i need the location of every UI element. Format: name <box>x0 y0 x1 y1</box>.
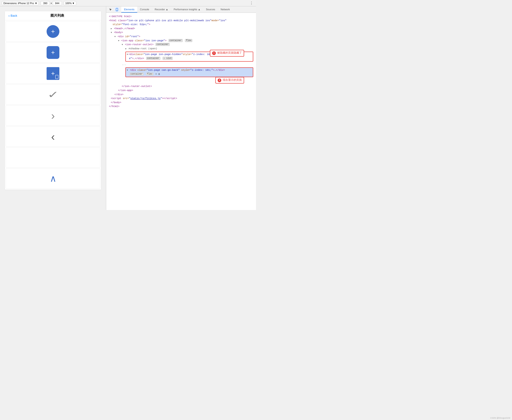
tab-console[interactable]: Console <box>137 7 152 13</box>
device-selector[interactable]: Dimensions: iPhone 12 Pro ▼ <box>2 1 39 5</box>
device-dropdown-icon[interactable]: ▼ <box>35 2 37 5</box>
container-badge-4: container <box>130 73 144 75</box>
list-item[interactable]: + <box>6 21 100 42</box>
chevron-left-icon: ‹ <box>51 130 55 143</box>
html-open-tag: <html class= <box>109 19 127 23</box>
chevron-up-icon: ∧ <box>50 173 56 184</box>
phone-icon-button[interactable] <box>115 7 119 12</box>
annotation-number-1: 1 <box>212 51 216 55</box>
device-label: Dimensions: iPhone 12 Pro <box>3 2 34 5</box>
code-line: ▼ <ion-router-outlet> container <box>109 43 253 47</box>
code-line: </html> <box>109 105 253 109</box>
tab-recorder[interactable]: Recorder ▲ <box>152 7 171 13</box>
code-line: </body> <box>109 101 253 105</box>
code-line: <html class="ion-ce plt-iphone plt-ios p… <box>109 19 253 23</box>
tab-network[interactable]: Network <box>218 7 232 13</box>
code-line: </ion-router-outlet> <box>109 84 253 89</box>
code-line: ▼ <div id="root"> <box>109 35 253 39</box>
code-panel[interactable]: <!DOCTYPE html> <html class="ion-ce plt-… <box>106 13 256 210</box>
dimension-input: × <box>41 1 62 5</box>
icon-list: + + + ✓ <box>5 20 101 190</box>
code-line: ▼ <ion-app class="ios ion-page"> contain… <box>109 39 253 43</box>
expand-div-root[interactable]: ▼ <box>115 36 115 38</box>
code-line: </div> <box>109 93 253 97</box>
list-item[interactable]: ‹ <box>6 126 100 147</box>
list-item[interactable]: › <box>6 105 100 126</box>
code-line-dots: ... <box>109 63 253 67</box>
zoom-dropdown-icon: ▼ <box>72 2 75 5</box>
annotation-callout-2: 2 现在显示的页面 <box>215 77 244 83</box>
flex-badge: flex <box>185 39 192 42</box>
expand-shadow-root[interactable]: ▶ <box>125 48 127 50</box>
list-item[interactable]: ✓ <box>6 84 100 105</box>
main-layout: ‹ Back 图片列表 + + <box>0 6 256 210</box>
plus-symbol: + <box>51 28 55 35</box>
list-item[interactable]: + <box>6 63 100 84</box>
doctype-tag: <!DOCTYPE html> <box>109 15 131 19</box>
back-chevron-icon: ‹ <box>8 14 10 18</box>
devtools-tab-icons <box>108 7 119 12</box>
expand-ion-page-hidden[interactable]: ▼ <box>127 53 128 56</box>
mobile-screen: ‹ Back 图片列表 + + <box>5 11 101 190</box>
code-line: <script src="static/js/fit2css.js"></scr… <box>109 97 253 101</box>
top-toolbar: Dimensions: iPhone 12 Pro ▼ × 100% ▼ ⋮ <box>0 0 256 6</box>
script-src-link[interactable]: static/js/fit2css.js <box>130 97 160 100</box>
zoom-label: 100% <box>65 2 72 5</box>
more-options-button[interactable]: ⋮ <box>249 1 254 5</box>
code-line: ▼ <body> <box>109 30 253 35</box>
expand-ion-router[interactable]: ▼ <box>122 44 123 46</box>
mobile-page-title: 图片列表 <box>17 14 98 18</box>
cursor-icon-button[interactable] <box>108 7 113 12</box>
flex-badge-2: flex <box>146 73 153 75</box>
expand-can-go-back[interactable]: ▼ <box>127 69 128 71</box>
chevron-right-icon: › <box>51 109 55 122</box>
list-item[interactable]: ∧ <box>6 168 100 189</box>
x-label: × <box>50 2 52 5</box>
blue-rect-plus-icon: + <box>46 46 59 59</box>
plus-symbol: + <box>51 49 55 56</box>
back-label: Back <box>10 14 17 17</box>
code-line-inner: ▼ <div class="ion-page can-go-back" styl… <box>127 68 252 72</box>
container-badge-3: container <box>146 57 160 60</box>
devtools-panel: Elements Console Recorder ▲ Performance … <box>106 6 256 210</box>
container-badge: container <box>168 39 183 42</box>
code-line: <!DOCTYPE html> <box>109 15 253 19</box>
annotation-section-2: ▼ <div class="ion-page can-go-back" styl… <box>109 67 253 77</box>
blue-document-plus-icon: + <box>46 67 59 80</box>
height-input[interactable] <box>53 1 62 5</box>
annotation-text-2: 现在显示的页面 <box>223 78 242 82</box>
code-line-badges: container flex = 0 <box>127 72 252 76</box>
svg-point-1 <box>117 10 117 11</box>
code-line: style="font-size: 52px;"> <box>109 22 253 27</box>
plus-symbol: + <box>51 70 55 77</box>
code-line: </ion-app> <box>109 89 253 93</box>
blue-circle-plus-icon: + <box>46 25 59 38</box>
callout-box-1: 1 被隐藏的页面隐藏了 <box>210 50 244 56</box>
slot-badge: ☐ slot <box>163 57 173 60</box>
mobile-panel: ‹ Back 图片列表 + + <box>0 6 106 210</box>
container-badge-2: container <box>155 43 170 46</box>
annotation-section-1: ▼ <div class="ion-page ion-page-hidden" … <box>109 52 253 61</box>
list-item[interactable] <box>6 147 100 168</box>
checkmark-icon: ✓ <box>47 89 59 100</box>
expand-head[interactable]: ▶ <box>111 28 112 30</box>
tab-performance-insights[interactable]: Performance insights ▲ <box>171 7 203 13</box>
zoom-selector[interactable]: 100% ▼ <box>64 1 76 5</box>
mobile-header: ‹ Back 图片列表 <box>5 11 101 20</box>
expand-body[interactable]: ▼ <box>111 31 112 34</box>
width-input[interactable] <box>41 1 50 5</box>
tab-elements[interactable]: Elements <box>121 7 137 13</box>
code-line: ▶ <head>…</head> <box>109 27 253 31</box>
current-page-section: ▼ <div class="ion-page can-go-back" styl… <box>125 67 253 77</box>
tab-sources[interactable]: Sources <box>203 7 218 13</box>
annotation-number-2: 2 <box>218 79 221 82</box>
back-button[interactable]: ‹ Back <box>8 14 17 18</box>
expand-ion-app[interactable]: ▼ <box>118 40 119 42</box>
callout-box-2: 2 现在显示的页面 <box>215 77 244 83</box>
list-item[interactable]: + <box>6 42 100 63</box>
annotation-text-1: 被隐藏的页面隐藏了 <box>217 51 242 55</box>
devtools-tabs: Elements Console Recorder ▲ Performance … <box>106 6 256 13</box>
code-line: e">…</div> container ☐ slot <box>127 57 252 61</box>
annotation-callout-1: 1 被隐藏的页面隐藏了 <box>210 50 244 56</box>
